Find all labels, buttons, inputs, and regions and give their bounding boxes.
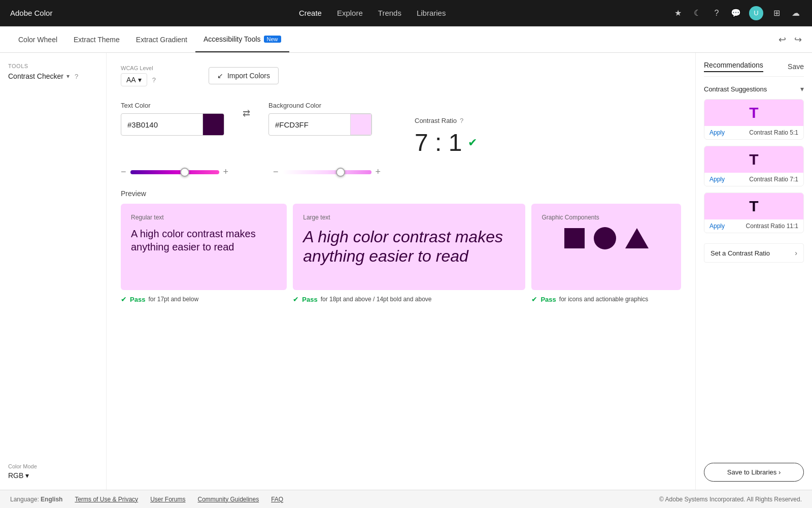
undo-button[interactable]: ↩ bbox=[779, 34, 786, 45]
tool-dropdown-arrow: ▾ bbox=[66, 73, 70, 80]
regular-card-text: A high color contrast makes anything eas… bbox=[131, 227, 277, 253]
footer-language: Language: English bbox=[10, 496, 62, 503]
suggestion-preview-2: T bbox=[704, 146, 803, 173]
color-mode-select[interactable]: RGB ▾ bbox=[8, 471, 98, 480]
nav-explore[interactable]: Explore bbox=[337, 9, 363, 17]
text-slider-track[interactable] bbox=[130, 170, 219, 174]
suggestion-T-3: T bbox=[749, 198, 758, 215]
large-card-text: A high color contrast makes anything eas… bbox=[303, 227, 515, 266]
moon-icon[interactable]: ☾ bbox=[691, 7, 703, 19]
text-slider-thumb[interactable] bbox=[180, 168, 189, 177]
preview-cards: Regular text A high color contrast makes… bbox=[121, 204, 681, 303]
tab-color-wheel[interactable]: Color Wheel bbox=[10, 26, 65, 52]
contrast-label: Contrast Ratio ? bbox=[415, 117, 477, 124]
apply-link-1[interactable]: Apply bbox=[709, 129, 725, 136]
right-panel-header: Recommendations Save bbox=[704, 61, 804, 77]
content-area: WCAG Level AA ▾ ? ↙ Import Colors Text C… bbox=[107, 53, 695, 490]
bg-color-hex-input[interactable] bbox=[269, 116, 350, 133]
regular-card-label: Regular text bbox=[131, 214, 277, 221]
tab-accessibility-tools[interactable]: Accessibility Tools New bbox=[195, 26, 289, 52]
footer-community[interactable]: Community Guidelines bbox=[197, 496, 259, 503]
graphic-card-label: Graphic Components bbox=[542, 214, 671, 221]
bg-slider-minus[interactable]: − bbox=[273, 167, 279, 177]
redo-button[interactable]: ↪ bbox=[794, 34, 802, 45]
star-icon[interactable]: ★ bbox=[672, 7, 684, 19]
graphic-pass-badge: Pass bbox=[540, 296, 556, 303]
footer-terms[interactable]: Terms of Use & Privacy bbox=[75, 496, 138, 503]
tool-name: Contrast Checker bbox=[8, 72, 63, 80]
bg-slider-thumb[interactable] bbox=[336, 168, 345, 177]
regular-pass-check-icon: ✔ bbox=[121, 295, 127, 303]
triangle-shape bbox=[625, 228, 649, 248]
square-shape bbox=[564, 228, 585, 248]
nav-libraries[interactable]: Libraries bbox=[417, 9, 446, 17]
graphic-pass-check-icon: ✔ bbox=[531, 295, 537, 303]
chat-icon[interactable]: 💬 bbox=[730, 7, 742, 19]
graphic-card-content: Graphic Components bbox=[531, 204, 681, 290]
import-icon: ↙ bbox=[217, 72, 223, 80]
tab-extract-theme[interactable]: Extract Theme bbox=[65, 26, 128, 52]
text-color-swatch[interactable] bbox=[202, 114, 224, 135]
suggestion-preview-1: T bbox=[704, 100, 803, 126]
nav-links: Create Explore Trends Libraries bbox=[73, 9, 672, 17]
save-to-libs-label: Save to Libraries › bbox=[727, 468, 781, 476]
wcag-select[interactable]: AA ▾ bbox=[121, 73, 147, 86]
svg-point-1 bbox=[594, 227, 616, 249]
app-name: Adobe Color bbox=[10, 9, 52, 17]
regular-pass-note: for 17pt and below bbox=[148, 296, 198, 303]
text-slider-plus[interactable]: + bbox=[223, 167, 229, 177]
text-color-slider: − + bbox=[121, 167, 228, 177]
suggestion-footer-1: Apply Contrast Ratio 5:1 bbox=[704, 126, 803, 139]
bg-color-swatch[interactable] bbox=[350, 114, 371, 135]
footer: Language: English Terms of Use & Privacy… bbox=[0, 490, 812, 508]
tools-label: Tools bbox=[8, 63, 98, 69]
footer-language-value[interactable]: English bbox=[41, 496, 62, 503]
ratio-label-2: Contrast Ratio 7:1 bbox=[749, 176, 798, 183]
graphic-pass-row: ✔ Pass for icons and actionable graphics bbox=[531, 295, 681, 303]
swap-button[interactable]: ⇄ bbox=[236, 108, 256, 119]
suggestions-collapse-icon[interactable]: ▾ bbox=[800, 85, 804, 93]
apply-link-2[interactable]: Apply bbox=[709, 176, 725, 183]
contrast-block: Contrast Ratio ? 7 : 1 ✔ bbox=[415, 117, 477, 156]
large-card-content: Large text A high color contrast makes a… bbox=[293, 204, 525, 290]
set-contrast-label: Set a Contrast Ratio bbox=[710, 249, 770, 257]
wcag-select-row: AA ▾ ? bbox=[121, 73, 156, 86]
bg-slider-plus[interactable]: + bbox=[376, 167, 381, 177]
nav-trends[interactable]: Trends bbox=[378, 9, 401, 17]
suggestion-card-3: T Apply Contrast Ratio 11:1 bbox=[704, 193, 804, 233]
set-contrast-arrow: › bbox=[795, 249, 797, 257]
cloud-icon[interactable]: ☁ bbox=[790, 7, 802, 19]
help-icon[interactable]: ? bbox=[710, 7, 723, 19]
user-avatar[interactable]: U bbox=[749, 6, 763, 20]
apply-link-3[interactable]: Apply bbox=[709, 223, 725, 230]
large-card-label: Large text bbox=[303, 214, 515, 221]
tool-select[interactable]: Contrast Checker ▾ ? bbox=[8, 72, 98, 80]
contrast-help-icon[interactable]: ? bbox=[460, 117, 463, 124]
bg-slider-track[interactable] bbox=[283, 170, 371, 174]
tool-help-icon[interactable]: ? bbox=[75, 73, 78, 80]
preview-section: Preview Regular text A high color contra… bbox=[121, 189, 681, 303]
sidebar-bottom: Color Mode RGB ▾ bbox=[8, 463, 98, 480]
tab-extract-gradient[interactable]: Extract Gradient bbox=[128, 26, 195, 52]
suggestion-card-1: T Apply Contrast Ratio 5:1 bbox=[704, 99, 804, 140]
color-mode-arrow: ▾ bbox=[25, 471, 29, 480]
save-to-libraries-button[interactable]: Save to Libraries › bbox=[704, 463, 804, 482]
footer-faq[interactable]: FAQ bbox=[271, 496, 283, 503]
import-colors-button[interactable]: ↙ Import Colors bbox=[209, 67, 279, 84]
bg-color-block: Background Color bbox=[268, 102, 372, 136]
apps-icon[interactable]: ⊞ bbox=[770, 7, 783, 19]
footer-forums[interactable]: User Forums bbox=[150, 496, 185, 503]
text-color-hex-input[interactable] bbox=[121, 116, 202, 133]
set-contrast-row[interactable]: Set a Contrast Ratio › bbox=[704, 243, 804, 263]
text-color-block: Text Color bbox=[121, 102, 224, 136]
sidebar: Tools Contrast Checker ▾ ? Color Mode RG… bbox=[0, 53, 107, 490]
tab-recommendations[interactable]: Recommendations bbox=[704, 61, 763, 72]
regular-card-content: Regular text A high color contrast makes… bbox=[121, 204, 287, 290]
suggestion-footer-2: Apply Contrast Ratio 7:1 bbox=[704, 173, 803, 186]
graphic-shapes bbox=[542, 227, 671, 249]
wcag-help-icon[interactable]: ? bbox=[152, 76, 156, 84]
save-button[interactable]: Save bbox=[788, 62, 804, 71]
color-row: Text Color ⇄ Background Color Contrast R… bbox=[121, 102, 681, 156]
text-slider-minus[interactable]: − bbox=[121, 167, 126, 177]
nav-create[interactable]: Create bbox=[299, 9, 322, 17]
